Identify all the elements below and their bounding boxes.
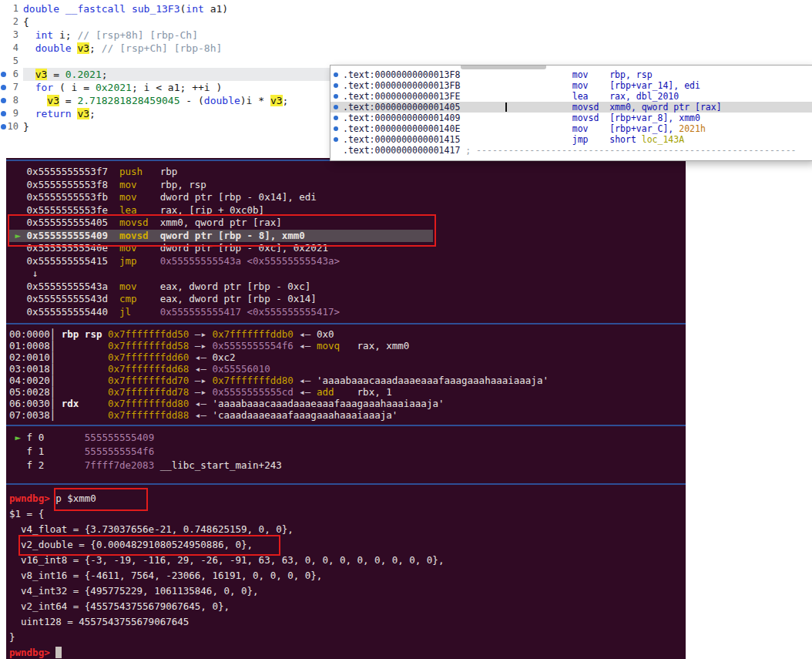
- pseudocode-line[interactable]: 2{: [0, 15, 337, 29]
- code-text: v3 = 0.2021;: [23, 68, 337, 81]
- text-token: [108, 217, 119, 228]
- pseudocode-line[interactable]: 10}: [0, 120, 337, 133]
- text-token: [108, 204, 119, 216]
- breakpoint-icon[interactable]: [0, 81, 7, 94]
- text-token: add: [317, 386, 334, 398]
- text-token: 0x7fffffffdd50: [108, 328, 189, 340]
- text-token: lea rax, dbl_2010: [572, 91, 679, 102]
- text-token: f 2: [27, 459, 45, 471]
- disassembly-line[interactable]: .text:0000000000001409 movsd [rbp+var_8]…: [331, 113, 812, 123]
- pseudocode-line[interactable]: 1double __fastcall sub_13F3(int a1): [0, 2, 337, 15]
- text-token: [9, 179, 27, 190]
- console-line: v4_float = {3.73037656e-21, 0.748625159,…: [9, 522, 686, 537]
- text-token: 0x7fffffffddb0: [212, 328, 293, 340]
- disasm-line: ↓: [9, 267, 686, 281]
- breakpoint-gutter[interactable]: [0, 42, 7, 55]
- pseudocode-line[interactable]: 8 v3 = 2.718281828459045 - (double)i * v…: [0, 94, 337, 107]
- pseudocode-line[interactable]: 4 double v3; // [rsp+Ch] [rbp-8h]: [0, 42, 337, 55]
- text-token: movsd xmm0, qword ptr [rax]: [572, 102, 722, 113]
- text-token: f 1: [27, 445, 45, 457]
- text-token: xmm0, qword ptr [rax]: [160, 217, 282, 228]
- text-token: movq: [317, 340, 340, 351]
- text-token: movsd: [119, 217, 160, 228]
- line-number: 10: [7, 120, 18, 133]
- text-token: [460, 91, 572, 102]
- text-token: v2_double = {0.00048291080524950886, 0},: [9, 539, 253, 550]
- text-token: ►: [9, 230, 21, 241]
- disassembly-line[interactable]: .text:00000000000013F8 mov rbp, rsp: [331, 69, 812, 80]
- text-token: 0x7fffffffdd88: [108, 409, 189, 421]
- nav-dot-icon[interactable]: [334, 116, 338, 120]
- text-token: │: [50, 328, 62, 340]
- pseudocode-line[interactable]: 3 int i; // [rsp+8h] [rbp-Ch]: [0, 29, 337, 42]
- text-token: [23, 108, 35, 119]
- line-number: 6: [7, 68, 18, 81]
- text-token: 00:0000: [9, 328, 50, 340]
- line-number: 4: [7, 42, 18, 55]
- disassembly-line[interactable]: .text:000000000000140E mov [rbp+var_C], …: [331, 123, 812, 134]
- nav-dot-icon[interactable]: [334, 72, 338, 77]
- breakpoint-icon[interactable]: [0, 107, 7, 120]
- disasm-line: 0x5555555553f7 push rbp: [9, 166, 686, 179]
- pseudocode-line[interactable]: 9 return v3;: [0, 107, 337, 120]
- breakpoint-gutter[interactable]: [0, 29, 7, 42]
- pseudocode-line[interactable]: 5: [0, 55, 337, 68]
- disassembly-line[interactable]: .text:0000000000001417 ; ---------------…: [331, 145, 812, 156]
- breakpoint-icon[interactable]: [0, 68, 7, 81]
- text-token: v3: [35, 69, 48, 80]
- text-token: movsd: [119, 230, 160, 241]
- pseudocode-line[interactable]: 7 for ( i = 0x2021; i < a1; ++i ): [0, 81, 337, 94]
- text-token: [9, 242, 27, 254]
- breakpoint-gutter[interactable]: [0, 55, 7, 68]
- text-token: .text:00000000000013F8: [343, 69, 460, 80]
- text-token: movsd [rbp+var_8], xmm0: [572, 113, 700, 123]
- text-token: [108, 293, 119, 304]
- text-token: [59, 3, 65, 15]
- disasm-line: 0x5555555553fb mov dword ptr [rbp - 0x14…: [9, 191, 686, 204]
- nav-dot-icon[interactable]: [334, 83, 338, 88]
- nav-dot-icon[interactable]: [334, 105, 338, 109]
- text-token: .text:0000000000001415: [343, 134, 460, 145]
- text-token: short: [609, 134, 642, 145]
- text-token: =: [59, 95, 77, 106]
- disasm-section: 0x5555555553f7 push rbp 0x5555555553f8 m…: [6, 161, 686, 323]
- text-token: qword ptr [rbp - 8], xmm0: [160, 230, 305, 241]
- backtrace-frame: f 1 5555555554f6: [9, 445, 686, 459]
- text-token: {: [23, 16, 29, 28]
- stack-row: 02:0010│ 0x7fffffffdd60 ◂— 0xc2: [9, 351, 686, 363]
- text-token: [62, 386, 108, 398]
- text-token: pwndbg>: [9, 647, 55, 658]
- text-token: ↓: [9, 267, 39, 279]
- console-section[interactable]: pwndbg> p $xmm0$1 = { v4_float = {3.7303…: [6, 485, 686, 659]
- disasm-line: 0x555555555440 jl 0x555555555417 <0x5555…: [9, 306, 686, 319]
- pseudocode-line[interactable]: 6 v3 = 0.2021;: [0, 68, 337, 81]
- text-token: v3: [77, 108, 89, 119]
- nav-dot-icon[interactable]: [334, 137, 338, 142]
- disassembly-line[interactable]: .text:0000000000001415 jmp short loc_143…: [331, 134, 812, 145]
- nav-dot-icon[interactable]: [334, 126, 338, 131]
- breakpoint-gutter[interactable]: [0, 15, 7, 29]
- disassembly-line[interactable]: .text:00000000000013FB mov [rbp+var_14],…: [331, 80, 812, 91]
- code-text: }: [23, 120, 29, 133]
- breakpoint-icon[interactable]: [0, 94, 7, 107]
- text-token: v4_float = {3.73037656e-21, 0.748625159,…: [9, 523, 294, 535]
- disassembly-line[interactable]: .text:00000000000013FE lea rax, dbl_2010: [331, 91, 812, 102]
- text-token: —▸: [189, 375, 212, 386]
- text-token: [9, 293, 27, 304]
- text-token: [102, 328, 108, 340]
- nav-dot-icon[interactable]: [334, 94, 338, 99]
- stack-row: 03:0018│ 0x7fffffffdd68 ◂— 0x55556010: [9, 363, 686, 375]
- text-token: [9, 445, 27, 457]
- text-token: double: [35, 42, 72, 54]
- stack-row: 01:0008│ 0x7fffffffdd58 —▸ 0x5555555554f…: [9, 340, 686, 351]
- text-token: [460, 113, 572, 123]
- text-token: }: [9, 631, 15, 643]
- text-token: ; i < a1; ++i ): [132, 82, 222, 93]
- breakpoint-gutter[interactable]: [0, 2, 7, 15]
- text-token: dword ptr [rbp - 0x14], edi: [160, 191, 317, 203]
- text-token: —▸: [189, 328, 212, 340]
- breakpoint-icon[interactable]: [0, 120, 7, 133]
- console-line: $1 = {: [9, 506, 686, 522]
- disassembly-line[interactable]: .text:0000000000001405 movsd xmm0, qword…: [331, 102, 812, 113]
- text-token: [62, 351, 108, 363]
